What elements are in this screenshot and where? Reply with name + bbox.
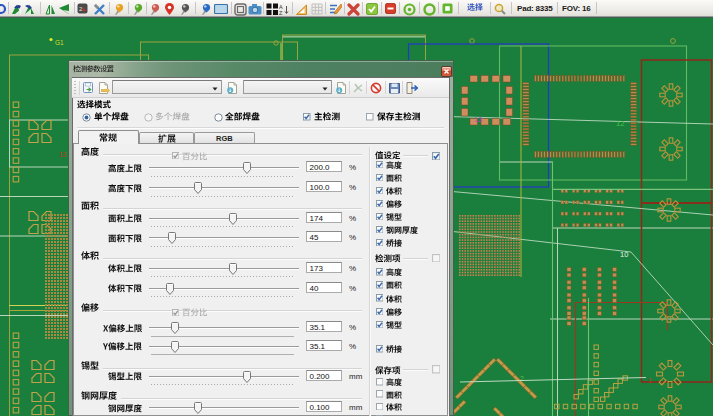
svg-text:13: 13 (474, 115, 482, 124)
svg-text:Z: Z (279, 10, 283, 16)
svg-text:1: 1 (648, 377, 652, 384)
svg-text:12: 12 (616, 119, 624, 128)
svg-text:13: 13 (59, 151, 67, 158)
svg-text:G1: G1 (55, 39, 64, 46)
svg-text:10: 10 (620, 250, 628, 259)
